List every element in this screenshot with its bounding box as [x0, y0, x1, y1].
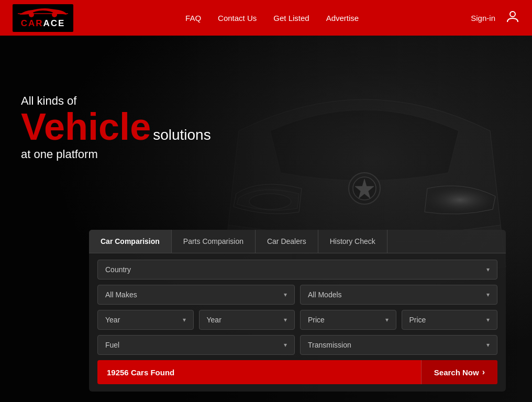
models-label: All Models — [308, 291, 342, 299]
fuel-select[interactable]: Fuel ▾ — [97, 335, 295, 355]
models-chevron: ▾ — [486, 291, 490, 298]
year2-chevron: ▾ — [284, 316, 287, 323]
year1-select[interactable]: Year ▾ — [97, 310, 194, 330]
svg-point-9 — [29, 12, 34, 17]
hero-title-solutions: solutions — [153, 127, 211, 143]
nav-links: FAQ Contact Us Get Listed Advertise — [185, 14, 359, 23]
country-label: Country — [105, 265, 131, 274]
svg-point-11 — [510, 12, 515, 17]
country-chevron: ▾ — [486, 266, 490, 273]
nav-get-listed[interactable]: Get Listed — [273, 14, 309, 23]
logo-car-text: CAR — [21, 18, 43, 29]
tabs-row: Car Comparision Parts Comparision Car De… — [89, 230, 506, 253]
nav-contact[interactable]: Contact Us — [218, 14, 257, 23]
price2-chevron: ▾ — [486, 316, 490, 323]
hero-platform: at one platform — [21, 148, 211, 161]
price1-select[interactable]: Price ▾ — [300, 310, 396, 330]
models-select[interactable]: All Models ▾ — [300, 285, 497, 305]
price1-chevron: ▾ — [385, 316, 389, 323]
tab-history-check[interactable]: History Check — [318, 230, 387, 253]
year2-label: Year — [207, 316, 221, 324]
transmission-chevron: ▾ — [486, 341, 490, 349]
logo: CAR ACE — [13, 4, 73, 32]
nav-faq[interactable]: FAQ — [185, 14, 201, 23]
year2-select[interactable]: Year ▾ — [199, 310, 295, 330]
logo-ace-text: ACE — [43, 18, 65, 29]
signin-link[interactable]: Sign-in — [471, 14, 495, 23]
makes-models-row: All Makes ▾ All Models ▾ — [97, 285, 497, 305]
tab-parts-comparison[interactable]: Parts Comparision — [172, 230, 256, 253]
logo-car-silhouette — [17, 6, 69, 18]
transmission-select[interactable]: Transmission ▾ — [300, 335, 497, 355]
fuel-label: Fuel — [105, 341, 119, 349]
makes-label: All Makes — [105, 291, 137, 299]
year1-label: Year — [105, 316, 120, 324]
hero-content: All kinds of Vehicle solutions at one pl… — [21, 94, 211, 161]
makes-select[interactable]: All Makes ▾ — [97, 285, 295, 305]
makes-chevron: ▾ — [284, 291, 287, 298]
price2-select[interactable]: Price ▾ — [402, 310, 498, 330]
cars-found-count: 19256 Cars Found — [97, 361, 421, 384]
nav-advertise[interactable]: Advertise — [326, 14, 359, 23]
tab-car-dealers[interactable]: Car Dealers — [256, 230, 318, 253]
price1-label: Price — [308, 316, 325, 324]
hero-title-vehicle: Vehicle — [21, 108, 151, 146]
price2-label: Price — [409, 316, 426, 324]
year-price-row: Year ▾ Year ▾ Price ▾ Price ▾ — [97, 310, 497, 330]
country-select[interactable]: Country ▾ — [97, 260, 497, 280]
tab-car-comparison[interactable]: Car Comparision — [89, 230, 172, 253]
fuel-chevron: ▾ — [284, 341, 287, 349]
year1-chevron: ▾ — [183, 316, 186, 323]
svg-point-10 — [52, 12, 57, 17]
header: CAR ACE FAQ Contact Us Get Listed Advert… — [0, 0, 532, 36]
search-bottom: 19256 Cars Found Search Now › — [97, 360, 497, 384]
fuel-transmission-row: Fuel ▾ Transmission ▾ — [97, 335, 497, 355]
search-arrow-icon: › — [482, 367, 485, 377]
auth-area: Sign-in — [471, 9, 519, 26]
country-row: Country ▾ — [97, 260, 497, 280]
search-widget: Car Comparision Parts Comparision Car De… — [89, 230, 506, 392]
search-body: Country ▾ All Makes ▾ All Models ▾ Year … — [89, 253, 506, 392]
search-now-button[interactable]: Search Now › — [421, 360, 497, 384]
user-icon[interactable] — [506, 9, 519, 26]
transmission-label: Transmission — [308, 341, 351, 349]
